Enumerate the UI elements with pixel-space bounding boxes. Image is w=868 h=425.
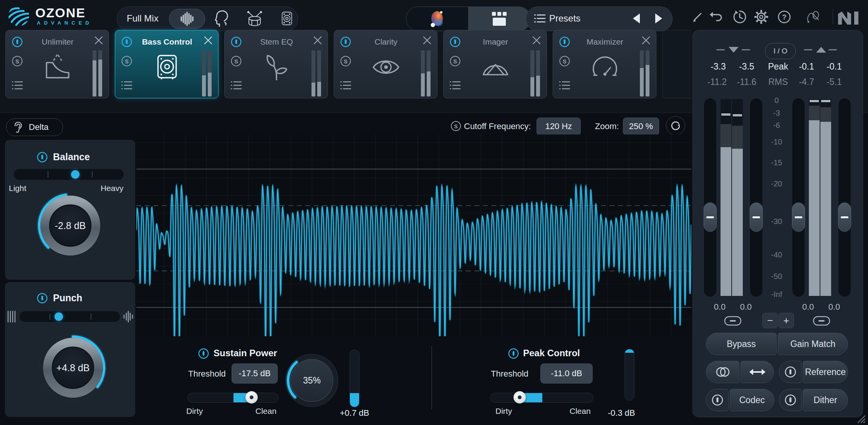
gain-fader-track[interactable] [704,98,716,297]
punch-slider[interactable] [20,311,120,322]
module-tab-imager[interactable]: Imager S [443,30,547,98]
module-menu-icon[interactable] [121,80,133,92]
meter-zoom-in-button[interactable]: + [779,313,794,328]
meter-scale-label: -15 [764,158,789,167]
punch-power-icon[interactable] [36,292,48,305]
cutoff-solo-icon[interactable]: S [451,121,461,133]
settings-gear-icon[interactable] [754,9,769,25]
zoom-value[interactable]: 250 % [623,118,659,135]
input-channel-link-icon[interactable] [724,316,742,327]
dither-power-icon[interactable] [779,389,802,411]
meter-scale-label: -50 [764,272,789,281]
balance-slider[interactable] [14,169,124,180]
input-gain-left[interactable]: 0.0 [707,302,732,312]
bass-control-icon [151,51,183,85]
bypass-button[interactable]: Bypass [706,333,777,355]
module-tab-unlimiter[interactable]: Unlimiter S [5,30,109,98]
module-menu-icon[interactable] [230,80,242,92]
sustain-amount-knob[interactable]: 35% [283,352,341,411]
sustain-power-icon[interactable] [198,348,209,361]
solo-icon[interactable]: S [449,55,461,68]
dither-button[interactable]: Dither [803,389,848,411]
solo-icon[interactable]: S [230,55,242,68]
close-icon[interactable] [204,36,213,45]
module-tab-maximizer[interactable]: Maximizer S [553,30,656,98]
gain-fader-handle[interactable] [792,203,805,232]
close-icon[interactable] [94,36,103,45]
bass-waveform-display[interactable] [136,134,691,336]
io-button[interactable]: I / O [765,43,796,59]
solo-icon[interactable]: S [340,55,351,68]
edit-pencil-icon[interactable] [690,9,705,25]
output-gain-right[interactable]: 0.0 [822,302,846,312]
peak-max-label: Clean [570,407,591,416]
output-peak-right: -0.1 [822,61,846,72]
output-channel-link-icon[interactable] [813,316,830,327]
input-meter-collapse-icon[interactable] [729,47,739,53]
close-icon[interactable] [422,36,432,45]
unlimiter-icon [41,51,74,85]
output-meter-collapse-dash [828,49,837,50]
module-meter [421,50,425,96]
peak-threshold-value[interactable]: -11.0 dB [540,364,593,383]
solo-icon[interactable]: S [121,55,133,68]
svg-text:-2.8 dB: -2.8 dB [55,220,86,231]
module-slot-empty[interactable] [662,30,691,98]
module-menu-icon[interactable] [559,80,570,92]
close-icon[interactable] [313,36,322,45]
sustain-threshold-value[interactable]: -17.5 dB [232,364,278,383]
meter-zoom-out-button[interactable]: − [762,313,778,328]
module-menu-icon[interactable] [12,80,23,92]
output-peak-left: -0.1 [794,61,819,72]
input-gain-right[interactable]: 0.0 [734,302,758,312]
module-meter [98,50,102,96]
gain-fader-handle[interactable] [838,203,851,232]
stereo-width-button[interactable] [740,361,774,383]
close-icon[interactable] [532,36,541,45]
module-tab-clarity[interactable]: Clarity S [334,30,437,98]
module-tab-bass-control[interactable]: Bass Control S [115,30,219,98]
reference-power-icon[interactable] [779,361,802,383]
cutoff-frequency-value[interactable]: 120 Hz [537,118,581,135]
punch-knob[interactable]: +4.8 dB [36,331,109,406]
punch-slider-handle[interactable] [55,312,63,321]
balance-slider-handle[interactable] [71,170,80,179]
gain-fader-handle[interactable] [750,203,763,232]
module-tab-stem-eq[interactable]: Stem EQ S [224,30,328,98]
codec-power-icon[interactable] [706,389,729,411]
loop-refresh-button[interactable] [666,116,685,135]
sustain-slider[interactable] [187,393,278,403]
peak-control-power-icon[interactable] [508,348,519,361]
stereo-mode-button[interactable] [706,361,739,383]
gain-match-button[interactable]: Gain Match [778,333,848,355]
gain-fader-handle[interactable] [704,203,717,232]
delta-button[interactable]: Delta [6,118,63,136]
codec-button[interactable]: Codec [730,389,774,411]
close-icon[interactable] [641,36,651,45]
module-meter [530,50,534,96]
output-meter-collapse-icon[interactable] [816,47,826,53]
gain-fader-track[interactable] [792,98,805,297]
undo-icon[interactable] [708,9,724,25]
threshold-slider-handle[interactable] [514,391,526,403]
resize-grip[interactable] [856,414,866,425]
module-meter [311,50,315,96]
module-menu-icon[interactable] [449,80,461,92]
history-icon[interactable] [732,9,747,25]
meter-scale-label: -20 [764,179,789,188]
solo-icon[interactable]: S [12,55,23,68]
peak-threshold-label: Threshold [491,369,528,379]
balance-power-icon[interactable] [36,151,48,164]
output-gain-left[interactable]: 0.0 [796,302,820,312]
solo-icon[interactable]: S [559,55,570,68]
reference-button[interactable]: Reference [803,361,848,383]
threshold-slider-handle[interactable] [245,391,258,403]
peak-slider[interactable] [490,393,593,403]
module-tab-label: Bass Control [131,37,204,46]
peak-min-label: Dirty [495,407,512,416]
gain-fader-track[interactable] [750,98,762,297]
balance-knob[interactable]: -2.8 dB [34,189,107,264]
help-icon[interactable]: ? [777,9,792,25]
module-menu-icon[interactable] [340,80,351,92]
gain-fader-track[interactable] [838,98,851,297]
